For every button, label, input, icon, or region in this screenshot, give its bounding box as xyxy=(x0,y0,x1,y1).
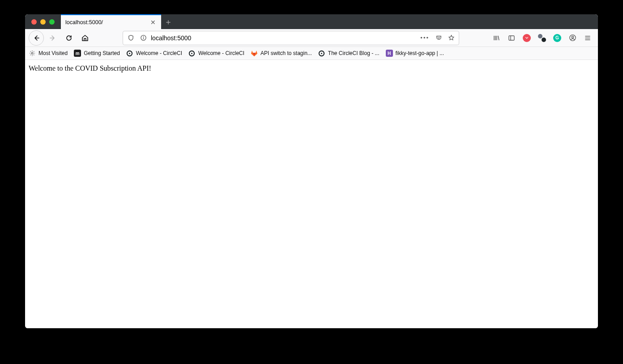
close-window-icon[interactable] xyxy=(31,19,37,25)
bookmark-label: Welcome - CircleCI xyxy=(136,50,182,56)
toolbar-right: G xyxy=(490,31,594,45)
url-input[interactable] xyxy=(151,34,416,42)
home-icon xyxy=(81,34,89,42)
shield-icon[interactable] xyxy=(126,33,136,43)
mozilla-icon: m xyxy=(74,50,81,57)
page-content: Welcome to the COVID Subscription API! xyxy=(25,60,598,328)
info-icon[interactable] xyxy=(138,33,148,43)
maximize-window-icon[interactable] xyxy=(49,19,55,25)
circleci-icon xyxy=(188,50,196,57)
browser-window: localhost:5000/ ✕ ＋ ••• xyxy=(25,14,598,328)
bookmark-label: The CircleCI Blog - ... xyxy=(328,50,380,56)
bookmark-label: Most Visited xyxy=(38,50,68,56)
library-button[interactable] xyxy=(490,31,503,45)
grammarly-extension-button[interactable]: G xyxy=(550,31,564,45)
new-tab-button[interactable]: ＋ xyxy=(161,15,175,29)
bookmark-label: API switch to stagin... xyxy=(260,50,312,56)
bookmarks-bar: Most Visited m Getting Started Welcome -… xyxy=(25,47,598,60)
gear-icon xyxy=(29,50,36,57)
pocket-extension-icon xyxy=(523,34,531,42)
hamburger-icon xyxy=(584,34,591,42)
page-body-text: Welcome to the COVID Subscription API! xyxy=(29,64,151,72)
svg-point-9 xyxy=(191,53,192,54)
extension-badge-icon xyxy=(538,34,546,42)
extension-button[interactable] xyxy=(535,31,549,45)
browser-tab[interactable]: localhost:5000/ ✕ xyxy=(61,14,161,29)
page-actions-icon[interactable]: ••• xyxy=(418,34,431,41)
back-button[interactable] xyxy=(29,30,44,46)
pocket-icon[interactable] xyxy=(434,33,444,43)
svg-rect-2 xyxy=(509,36,514,40)
arrow-right-icon xyxy=(49,34,56,42)
account-icon xyxy=(569,34,576,42)
svg-point-4 xyxy=(572,36,573,38)
minimize-window-icon[interactable] xyxy=(40,19,46,25)
window-controls xyxy=(25,14,61,29)
svg-point-5 xyxy=(31,52,33,54)
heroku-icon: H xyxy=(386,50,393,57)
bookmark-label: fikky-test-go-app | ... xyxy=(396,50,444,56)
reload-icon xyxy=(65,34,73,42)
bookmark-getting-started[interactable]: m Getting Started xyxy=(74,50,120,57)
sidebar-icon xyxy=(508,34,515,42)
gitlab-icon xyxy=(251,50,258,57)
circleci-icon xyxy=(318,50,325,57)
bookmark-most-visited[interactable]: Most Visited xyxy=(29,50,68,57)
forward-button[interactable] xyxy=(46,31,60,45)
pocket-extension-button[interactable] xyxy=(520,31,533,45)
library-icon xyxy=(493,34,500,42)
bookmark-heroku[interactable]: H fikky-test-go-app | ... xyxy=(386,50,444,57)
menu-button[interactable] xyxy=(581,31,594,45)
arrow-left-icon xyxy=(33,34,40,42)
bookmark-circleci-1[interactable]: Welcome - CircleCI xyxy=(126,50,182,57)
tab-bar: localhost:5000/ ✕ ＋ xyxy=(25,14,598,29)
close-tab-icon[interactable]: ✕ xyxy=(149,19,157,26)
bookmark-label: Getting Started xyxy=(84,50,120,56)
svg-point-1 xyxy=(143,36,144,37)
bookmark-label: Welcome - CircleCI xyxy=(198,50,244,56)
home-button[interactable] xyxy=(78,31,92,45)
account-button[interactable] xyxy=(566,31,579,45)
sidebar-button[interactable] xyxy=(505,31,518,45)
grammarly-icon: G xyxy=(553,34,561,42)
bookmark-circleci-2[interactable]: Welcome - CircleCI xyxy=(188,50,244,57)
bookmark-gitlab[interactable]: API switch to stagin... xyxy=(251,50,312,57)
svg-point-11 xyxy=(321,53,322,54)
address-bar[interactable]: ••• xyxy=(123,31,459,45)
circleci-icon xyxy=(126,50,133,57)
bookmark-circleci-blog[interactable]: The CircleCI Blog - ... xyxy=(318,50,380,57)
reload-button[interactable] xyxy=(62,31,76,45)
nav-toolbar: ••• G xyxy=(25,29,598,47)
tab-title: localhost:5000/ xyxy=(65,19,149,25)
svg-point-7 xyxy=(129,53,130,54)
bookmark-star-icon[interactable] xyxy=(446,33,456,43)
